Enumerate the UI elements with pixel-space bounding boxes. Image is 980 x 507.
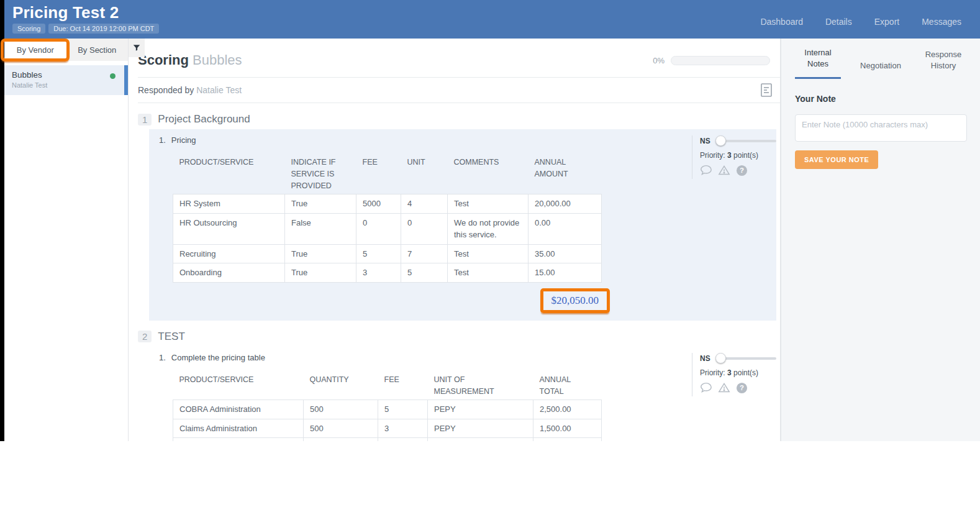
cell: HR System — [173, 194, 285, 214]
cell: 1,500.00 — [533, 419, 602, 438]
app-root: Pricing Test 2 Scoring Due: Oct 14 2019 … — [0, 0, 980, 507]
score-row: NS — [700, 137, 776, 145]
cell: 0 — [356, 213, 401, 244]
cell: 5000 — [356, 194, 401, 214]
cell: Onboarding — [173, 263, 285, 283]
score-slider[interactable] — [717, 357, 776, 360]
help-icon[interactable]: ? — [736, 165, 748, 176]
col-annual-total: ANNUAL TOTAL — [533, 372, 602, 400]
comment-icon[interactable] — [700, 382, 712, 394]
question-action-icons: ? — [700, 382, 776, 394]
tab-response-history-label: Response History — [925, 50, 962, 70]
due-date-badge: Due: Oct 14 2019 12:00 PM CDT — [48, 24, 159, 34]
score-widget-1: NS Priority: 3 point(s) — [692, 135, 776, 179]
cell: We do not provide this service. — [448, 213, 529, 244]
responded-by-text: Responded by Natalie Test — [138, 85, 242, 95]
pricing-table-1: PRODUCT/SERVICE INDICATE IF SERVICE IS P… — [173, 154, 602, 283]
col-fee: FEE — [356, 154, 401, 194]
tab-by-vendor[interactable]: By Vendor — [4, 39, 66, 61]
cell: 35.00 — [529, 244, 602, 263]
table-row: HR System True 5000 4 Test 20,000.00 — [173, 194, 602, 214]
col-annual-amount: ANNUAL AMOUNT — [529, 154, 602, 194]
responded-by-row: Responded by Natalie Test — [138, 78, 780, 103]
nav-dashboard[interactable]: Dashboard — [760, 17, 803, 27]
filter-button[interactable] — [129, 39, 145, 57]
section-1-header: 1 Project Background — [138, 113, 780, 126]
header-badges: Scoring Due: Oct 14 2019 12:00 PM CDT — [12, 24, 159, 34]
score-slider-thumb[interactable] — [715, 135, 726, 146]
question-1-content: 1. Pricing PRODUCT/SERVICE INDICATE IF S… — [159, 135, 684, 321]
question-block-pricing-table: 1. Complete the pricing table PRODUCT/SE… — [149, 347, 776, 441]
score-slider-thumb[interactable] — [715, 353, 726, 363]
priority-line: Priority: 3 point(s) — [700, 151, 776, 160]
tab-negotiation-label: Negotiation — [860, 61, 901, 70]
score-slider[interactable] — [717, 140, 776, 142]
col-unit-of-measurement: UNIT OF MEASUREMENT — [428, 372, 533, 400]
nav-export[interactable]: Export — [874, 17, 899, 27]
priority-label: Priority: — [700, 151, 725, 160]
cell: 4 — [401, 194, 448, 214]
col-product-service: PRODUCT/SERVICE — [173, 372, 304, 400]
score-value-label: NS — [700, 354, 710, 363]
cell: PEPY — [428, 400, 533, 419]
vendor-list-item[interactable]: Bubbles Natalie Test — [4, 65, 128, 95]
notes-panel: Internal Notes Negotiation Response Hist… — [781, 39, 980, 441]
question-2-content: 1. Complete the pricing table PRODUCT/SE… — [159, 353, 684, 441]
col-fee: FEE — [378, 372, 428, 400]
cell: Claims Administration — [173, 419, 304, 438]
table-row: Enrollment Support 500 1 PEPM 6,000.00 — [173, 438, 602, 441]
note-input[interactable] — [795, 114, 967, 142]
cell: Test — [448, 244, 529, 263]
nav-messages[interactable]: Messages — [922, 17, 961, 27]
cell: Test — [448, 263, 529, 283]
tab-internal-notes[interactable]: Internal Notes — [795, 47, 841, 79]
cell: 0 — [401, 213, 448, 244]
question-action-icons: ? — [700, 165, 776, 176]
cell: 500 — [304, 438, 378, 441]
table-row: Recruiting True 5 7 Test 35.00 — [173, 244, 602, 263]
section-test: 2 TEST 1. Complete the pricing table — [138, 331, 780, 441]
progress-wrap: 0% — [653, 56, 770, 65]
cell: 0.00 — [529, 213, 602, 244]
status-badge: Scoring — [12, 24, 45, 34]
nav-details[interactable]: Details — [825, 17, 852, 27]
tab-response-history[interactable]: Response History — [920, 49, 966, 79]
cell: 20,000.00 — [529, 194, 602, 214]
col-quantity: QUANTITY — [304, 372, 378, 400]
vendor-status-dot — [110, 73, 116, 79]
help-icon[interactable]: ? — [736, 382, 748, 394]
cell: Enrollment Support — [173, 438, 304, 441]
progress-percent-label: 0% — [653, 56, 665, 65]
priority-suffix: point(s) — [733, 151, 758, 160]
responded-by-label: Responded by — [138, 85, 194, 95]
left-edge-strip — [0, 0, 4, 441]
cell: True — [285, 263, 356, 283]
scoring-title-vendor: Bubbles — [193, 52, 242, 68]
progress-bar — [671, 56, 770, 65]
sidebar-tabs: By Vendor By Section — [4, 39, 128, 61]
table-row: HR Outsourcing False 0 0 We do not provi… — [173, 213, 602, 244]
priority-points: 3 — [727, 368, 732, 377]
flag-warning-icon[interactable] — [718, 165, 730, 176]
cell: Recruiting — [173, 244, 285, 263]
table-1-total-row: $20,050.00 — [173, 283, 601, 321]
col-comments: COMMENTS — [448, 154, 529, 194]
responded-by-name: Natalie Test — [196, 85, 242, 95]
cell: 2,500.00 — [533, 400, 602, 419]
vendor-responder: Natalie Test — [12, 81, 128, 89]
cell: 6,000.00 — [533, 438, 602, 441]
pricing-table-2: PRODUCT/SERVICE QUANTITY FEE UNIT OF MEA… — [173, 372, 602, 441]
comment-icon[interactable] — [700, 165, 712, 176]
save-note-button[interactable]: SAVE YOUR NOTE — [795, 150, 878, 169]
section-1-title: Project Background — [158, 113, 250, 126]
response-document-icon[interactable] — [760, 83, 773, 98]
cell: 1 — [378, 438, 428, 441]
cell: 3 — [356, 263, 401, 283]
flag-warning-icon[interactable] — [718, 382, 730, 394]
question-2-text: Complete the pricing table — [171, 353, 265, 362]
tab-by-vendor-label: By Vendor — [17, 45, 54, 55]
tab-by-section[interactable]: By Section — [66, 39, 129, 61]
question-1-number: 1. — [159, 135, 166, 145]
section-2-header: 2 TEST — [138, 331, 780, 343]
tab-negotiation[interactable]: Negotiation — [860, 60, 901, 80]
